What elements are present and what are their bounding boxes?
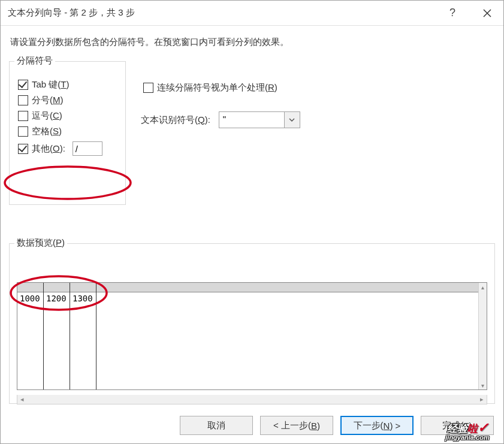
text-qualifier-label: 文本识别符号(Q): <box>141 114 210 126</box>
watermark: 经验啦✓ jingyanla.com <box>433 419 502 442</box>
scroll-down-icon[interactable]: ▾ <box>479 381 487 389</box>
checkbox-consecutive[interactable] <box>143 83 153 93</box>
checkbox-comma-label: 逗号(C) <box>32 110 62 122</box>
preview-columns: 1000 1200 1300 <box>17 283 478 389</box>
watermark-domain: jingyanla.com <box>445 434 489 441</box>
checkbox-semicolon-row[interactable]: 分号(M) <box>18 95 119 106</box>
dialog-window: 文本分列向导 - 第 2 步，共 3 步 ? 请设置分列数据所包含的分隔符号。在… <box>0 0 504 444</box>
data-preview-label: 数据预览(P) <box>14 237 67 249</box>
text-qualifier-select[interactable]: " <box>219 111 300 128</box>
checkbox-tab[interactable] <box>18 80 28 90</box>
scroll-left-icon[interactable]: ◂ <box>17 395 27 403</box>
content-area: 请设置分列数据所包含的分隔符号。在预览窗口内可看到分列的效果。 分隔符号 Tab… <box>1 26 503 410</box>
titlebar: 文本分列向导 - 第 2 步，共 3 步 ? <box>1 1 503 26</box>
checkbox-comma[interactable] <box>18 111 28 121</box>
text-qualifier-dropdown-button[interactable] <box>285 111 300 128</box>
help-button[interactable]: ? <box>443 4 461 22</box>
checkbox-space-row[interactable]: 空格(S) <box>18 126 119 137</box>
close-icon <box>483 9 491 17</box>
checkbox-tab-row[interactable]: Tab 键(T) <box>18 79 119 90</box>
delimiters-group-label: 分隔符号 <box>14 55 55 67</box>
window-title: 文本分列向导 - 第 2 步，共 3 步 <box>8 7 135 19</box>
horizontal-scrollbar[interactable]: ◂ ▸ <box>17 395 487 404</box>
checkbox-consecutive-row[interactable]: 连续分隔符号视为单个处理(R) <box>143 82 495 93</box>
text-qualifier-value[interactable]: " <box>219 111 285 128</box>
checkbox-other-row[interactable]: 其他(O): <box>18 141 119 156</box>
scroll-up-icon[interactable]: ▴ <box>479 283 487 291</box>
checkbox-semicolon[interactable] <box>18 95 28 105</box>
checkbox-other[interactable] <box>18 144 28 154</box>
vertical-scrollbar[interactable]: ▴ ▾ <box>478 283 487 389</box>
checkbox-consecutive-label: 连续分隔符号视为单个处理(R) <box>157 82 277 93</box>
description-text: 请设置分列数据所包含的分隔符号。在预览窗口内可看到分列的效果。 <box>9 37 495 48</box>
delimiters-group: 分隔符号 Tab 键(T) 分号(M) 逗号(C) <box>9 61 126 205</box>
preview-box: 1000 1200 1300 ▴ ▾ <box>17 282 487 390</box>
title-buttons: ? <box>443 4 496 22</box>
other-delimiter-input[interactable] <box>73 141 102 156</box>
checkbox-comma-row[interactable]: 逗号(C) <box>18 110 119 122</box>
cancel-button[interactable]: 取消 <box>180 416 253 435</box>
data-preview-group: 数据预览(P) 1000 1200 1300 ▴ ▾ ◂ ▸ <box>9 243 495 404</box>
preview-col-2: 1200 <box>44 283 70 389</box>
checkbox-space[interactable] <box>18 126 28 137</box>
checkbox-space-label: 空格(S) <box>32 126 62 137</box>
text-qualifier-row: 文本识别符号(Q): " <box>141 111 495 128</box>
next-button[interactable]: 下一步(N) > <box>340 416 414 435</box>
checkbox-semicolon-label: 分号(M) <box>32 95 64 106</box>
checkbox-other-label: 其他(O): <box>32 143 65 155</box>
watermark-title: 经验啦✓ <box>447 421 488 434</box>
back-button[interactable]: < 上一步(B) <box>260 416 333 435</box>
close-button[interactable] <box>478 4 496 22</box>
preview-col-3: 1300 <box>70 283 96 389</box>
delimiter-options-right: 连续分隔符号视为单个处理(R) 文本识别符号(Q): " <box>141 61 495 128</box>
scroll-right-icon[interactable]: ▸ <box>477 395 487 403</box>
chevron-down-icon <box>289 118 295 122</box>
preview-col-1: 1000 <box>17 283 44 389</box>
checkbox-tab-label: Tab 键(T) <box>32 79 70 90</box>
